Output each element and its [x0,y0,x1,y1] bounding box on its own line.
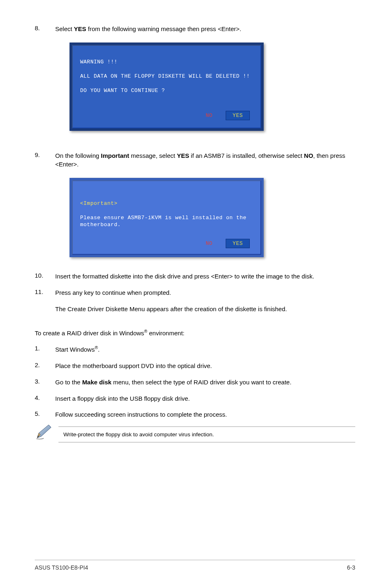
step-9: 9. On the following Important message, s… [35,151,355,169]
wstep-5: 5. Follow succeeding screen instructions… [35,410,355,419]
important-text: <Important> Please ensure ASMB7-iKVM is … [80,193,253,236]
wstep-5-text: Follow succeeding screen instructions to… [55,410,355,419]
step-8-text-b: from the following warning message then … [86,25,241,32]
step-8-number: 8. [35,25,55,34]
step-10-number: 10. [35,272,55,281]
warning-button-row: NO YES [80,111,253,120]
warning-no-button[interactable]: NO [206,112,213,119]
important-yes-button[interactable]: YES [226,239,250,248]
page-footer: ASUS TS100-E8-PI4 6-3 [35,560,355,571]
pencil-icon [35,424,55,442]
wstep-3-bold: Make disk [82,379,112,386]
step-11-sub: The Create Driver Diskette Menu appears … [55,305,355,314]
wstep-3-a: Go to the [55,379,82,386]
wstep-1-number: 1. [35,345,55,354]
step-9-text: On the following Important message, sele… [55,151,355,169]
warning-line3: DO YOU WANT TO CONTINUE ? [80,87,253,94]
step-9-bold2: YES [177,152,189,159]
step-11: 11. Press any key to continue when promp… [35,288,355,297]
windows-para: To create a RAID driver disk in Windows®… [35,328,355,338]
wstep-1-a: Start Windows [55,346,95,353]
footer-left: ASUS TS100-E8-PI4 [35,564,88,571]
warning-line2: ALL DATA ON THE FLOPPY DISKETTE WILL BE … [80,73,253,80]
important-dialog: <Important> Please ensure ASMB7-iKVM is … [69,178,264,257]
wstep-3-b: menu, then select the type of RAID drive… [112,379,291,386]
wstep-2-text: Place the motherboard support DVD into t… [55,361,355,370]
wstep-4-text: Insert a floppy disk into the USB floppy… [55,394,355,403]
wstep-5-number: 5. [35,410,55,419]
important-line1: <Important> [80,200,253,207]
important-button-row: NO YES [80,239,253,248]
warning-text: WARNING !!! ALL DATA ON THE FLOPPY DISKE… [80,52,253,102]
wstep-1-b: . [98,346,99,353]
important-dialog-container: <Important> Please ensure ASMB7-iKVM is … [69,178,355,257]
step-8: 8. Select YES from the following warning… [35,25,355,34]
windows-para-b: environment: [147,330,184,337]
step-11-text: Press any key to continue when prompted. [55,288,355,297]
warning-dialog-container: WARNING !!! ALL DATA ON THE FLOPPY DISKE… [69,43,355,131]
step-9-bold3: NO [304,152,314,159]
step-9-c: if an ASMB7 is installed, otherwise sele… [189,152,304,159]
important-dialog-inner: <Important> Please ensure ASMB7-iKVM is … [72,180,261,255]
wstep-1-text: Start Windows®. [55,345,355,354]
wstep-1: 1. Start Windows®. [35,345,355,354]
wstep-3-number: 3. [35,378,55,387]
wstep-2-number: 2. [35,361,55,370]
note-text: Write-protect the floppy disk to avoid c… [58,426,355,442]
step-9-a: On the following [55,152,101,159]
wstep-2: 2. Place the motherboard support DVD int… [35,361,355,370]
warning-yes-button[interactable]: YES [226,111,250,120]
step-8-bold: YES [74,25,86,32]
wstep-4: 4. Insert a floppy disk into the USB flo… [35,394,355,403]
pencil-icon-svg [35,424,53,440]
wstep-3-text: Go to the Make disk menu, then select th… [55,378,355,387]
wstep-3: 3. Go to the Make disk menu, then select… [35,378,355,387]
step-8-text: Select YES from the following warning me… [55,25,355,34]
footer-right: 6-3 [347,564,355,571]
step-11-number: 11. [35,288,55,297]
step-9-number: 9. [35,151,55,169]
windows-para-a: To create a RAID driver disk in Windows [35,330,144,337]
important-no-button[interactable]: NO [206,240,213,247]
step-10: 10. Insert the formatted diskette into t… [35,272,355,281]
warning-line1: WARNING !!! [80,58,253,66]
warning-dialog-inner: WARNING !!! ALL DATA ON THE FLOPPY DISKE… [72,45,261,128]
step-9-b: message, select [129,152,177,159]
wstep-4-number: 4. [35,394,55,403]
warning-dialog: WARNING !!! ALL DATA ON THE FLOPPY DISKE… [69,43,264,131]
step-10-text: Insert the formatted diskette into the d… [55,272,355,281]
step-9-bold1: Important [101,152,129,159]
important-line2: Please ensure ASMB7-iKVM is well install… [80,214,253,229]
step-8-text-a: Select [55,25,74,32]
